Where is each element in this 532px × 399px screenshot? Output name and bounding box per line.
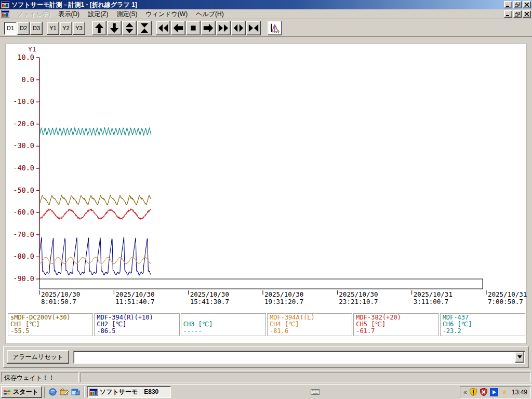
channel-legend: sMDF-DC200V(+30) CH1 [℃] -55.5 MDF-394(R… xyxy=(8,313,525,336)
expand-horizontal-button[interactable] xyxy=(231,21,246,35)
tray-collapse-chevron[interactable]: « xyxy=(463,389,467,396)
svg-text:-50.0: -50.0 xyxy=(13,186,34,194)
ch1-value: -55.5 xyxy=(10,328,90,335)
taskbar-separator xyxy=(44,387,45,398)
keyboard-indicator[interactable] xyxy=(309,386,322,398)
svg-text:11:51:40.7: 11:51:40.7 xyxy=(115,298,154,305)
tray-warning-shield-icon[interactable] xyxy=(469,388,477,396)
quicklaunch-outlook-icon[interactable] xyxy=(71,387,81,397)
menu-help[interactable]: ヘルプ(H) xyxy=(192,9,228,20)
svg-text:-80.0: -80.0 xyxy=(13,252,34,260)
menu-window[interactable]: ウィンドウ(W) xyxy=(141,9,192,20)
ch3-value: ----- xyxy=(183,328,263,335)
child-close-button[interactable] xyxy=(523,10,531,18)
status-extra xyxy=(81,372,531,382)
toolbar-y2-button[interactable]: Y2 xyxy=(60,22,72,35)
svg-text:19:31:20.7: 19:31:20.7 xyxy=(264,298,303,305)
toolbar-y1-button[interactable]: Y1 xyxy=(47,22,59,35)
application-window: ソフトサーモ計測－計測1 - [折れ線グラフ 1] ファイル(F) 表示(D) … xyxy=(0,0,532,399)
line-graph-button[interactable] xyxy=(268,21,282,35)
compress-horizontal-button[interactable] xyxy=(246,21,261,35)
svg-text:2025/10/31: 2025/10/31 xyxy=(414,290,453,298)
scroll-up-button[interactable] xyxy=(92,21,107,35)
menu-bar: ファイル(F) 表示(D) 設定(Z) 測定(S) ウィンドウ(W) ヘルプ(H… xyxy=(0,9,532,19)
tray-media-player-icon[interactable] xyxy=(490,388,498,396)
alarm-reset-button[interactable]: アラームリセット xyxy=(7,350,69,364)
line-chart: Y110.00.0-10.0-20.0-30.0-40.0-50.0-60.0-… xyxy=(6,44,527,312)
child-minimize-button[interactable] xyxy=(504,10,512,18)
menu-settings[interactable]: 設定(Z) xyxy=(84,9,112,20)
taskbar-separator xyxy=(84,387,85,398)
expand-vertical-button[interactable] xyxy=(122,21,137,35)
svg-text:2025/10/30: 2025/10/30 xyxy=(264,290,303,298)
legend-ch4: MDF-394AT(L) CH4 [℃] -81.6 xyxy=(267,313,352,336)
taskbar-clock: 13:49 xyxy=(511,389,527,396)
ch2-value: -86.5 xyxy=(97,328,177,335)
svg-text:Y1: Y1 xyxy=(28,45,36,53)
taskbar: スタート xyxy=(0,384,532,399)
task-button-softthermo[interactable]: ソフトサーモ E830 xyxy=(87,386,171,398)
quicklaunch-ie-icon[interactable] xyxy=(48,387,58,397)
menu-view[interactable]: 表示(D) xyxy=(54,9,84,20)
toolbar-y3-button[interactable]: Y3 xyxy=(73,22,85,35)
tray-star-icon[interactable]: ★ xyxy=(500,388,509,396)
svg-text:2025/10/30: 2025/10/30 xyxy=(115,290,154,298)
menu-file[interactable]: ファイル(F) xyxy=(12,9,54,20)
fast-rewind-button[interactable] xyxy=(156,21,170,35)
step-right-button[interactable] xyxy=(201,21,216,35)
document-icon[interactable] xyxy=(1,10,9,18)
legend-ch5: MDF-382(+20) CH5 [℃] -61.7 xyxy=(353,313,438,336)
toolbar-d2-button[interactable]: D2 xyxy=(17,22,30,35)
child-restore-button[interactable] xyxy=(513,10,522,18)
svg-text:2025/10/31: 2025/10/31 xyxy=(488,290,527,298)
task-label: ソフトサーモ E830 xyxy=(100,388,158,396)
task-app-icon xyxy=(89,389,98,396)
legend-ch2: MDF-394(R)(+10) CH2 [℃] -86.5 xyxy=(94,313,179,336)
menu-measure[interactable]: 測定(S) xyxy=(112,9,141,20)
svg-text:-70.0: -70.0 xyxy=(13,230,34,238)
svg-text:10.0: 10.0 xyxy=(17,53,34,61)
line-graph-panel: Y110.00.0-10.0-20.0-30.0-40.0-50.0-60.0-… xyxy=(5,44,527,344)
svg-text:2025/10/30: 2025/10/30 xyxy=(41,290,80,298)
combobox-dropdown-button[interactable] xyxy=(515,352,524,363)
svg-text:-30.0: -30.0 xyxy=(13,141,34,150)
svg-text:-20.0: -20.0 xyxy=(13,119,34,128)
svg-text:-60.0: -60.0 xyxy=(13,208,34,216)
title-bar: ソフトサーモ計測－計測1 - [折れ線グラフ 1] xyxy=(0,0,532,9)
legend-ch1: sMDF-DC200V(+30) CH1 [℃] -55.5 xyxy=(8,313,93,336)
scroll-down-button[interactable] xyxy=(107,21,122,35)
start-button[interactable]: スタート xyxy=(1,386,42,398)
minimize-button[interactable] xyxy=(504,1,512,8)
restore-button[interactable] xyxy=(513,1,522,8)
svg-text:2025/10/30: 2025/10/30 xyxy=(339,290,378,298)
fast-forward-button[interactable] xyxy=(216,21,231,35)
alarm-panel: アラームリセット xyxy=(3,346,529,368)
start-label: スタート xyxy=(13,388,38,396)
compress-vertical-button[interactable] xyxy=(137,21,152,35)
tray-security-shield-icon[interactable] xyxy=(480,388,488,396)
window-title: ソフトサーモ計測－計測1 - [折れ線グラフ 1] xyxy=(11,1,503,9)
toolbar-d3-button[interactable]: D3 xyxy=(30,22,43,35)
svg-text:8:01:50.7: 8:01:50.7 xyxy=(41,298,76,305)
stop-button[interactable] xyxy=(186,21,201,35)
svg-text:7:00:50.7: 7:00:50.7 xyxy=(488,298,523,305)
svg-text:0.0: 0.0 xyxy=(22,75,34,84)
svg-text:3:11:00.7: 3:11:00.7 xyxy=(414,298,449,305)
step-left-button[interactable] xyxy=(171,21,185,35)
legend-ch6: MDF-437 CH6 [℃] -23.2 xyxy=(440,313,525,336)
quicklaunch-desktop-icon[interactable] xyxy=(59,387,70,397)
ch4-value: -81.6 xyxy=(270,328,350,335)
close-button[interactable] xyxy=(523,1,531,8)
app-icon xyxy=(1,1,9,8)
alarm-combobox[interactable] xyxy=(73,351,525,364)
alarm-combobox-input[interactable] xyxy=(75,352,514,362)
svg-text:15:41:30.7: 15:41:30.7 xyxy=(190,298,229,305)
windows-logo-icon xyxy=(3,389,11,396)
svg-text:23:21:10.7: 23:21:10.7 xyxy=(339,298,378,305)
status-message: 保存ウェイト！！ xyxy=(1,372,79,382)
ch5-value: -61.7 xyxy=(356,328,436,335)
ch6-value: -23.2 xyxy=(443,328,523,335)
toolbar: D1 D2 D3 Y1 Y2 Y3 xyxy=(0,20,532,37)
toolbar-d1-button[interactable]: D1 xyxy=(4,22,17,35)
svg-text:-40.0: -40.0 xyxy=(13,164,34,172)
